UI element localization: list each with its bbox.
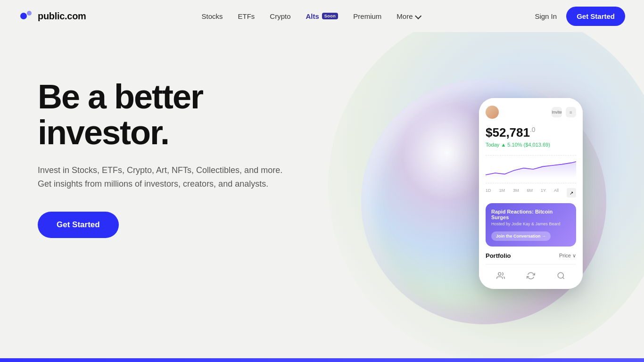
phone-header-icons: Invite ≡ [552, 107, 576, 117]
get-started-button-hero[interactable]: Get Started [38, 212, 119, 238]
join-conversation-button[interactable]: Join the Conversation → [491, 231, 551, 241]
portfolio-label: Portfolio [486, 252, 511, 259]
svg-marker-2 [486, 162, 576, 179]
svg-line-5 [562, 277, 564, 279]
event-card[interactable]: Rapid Reactions: Bitcoin Surges Hosted b… [486, 203, 576, 247]
logo-icon [19, 8, 34, 24]
chart-tab-6m[interactable]: 6M [527, 188, 533, 197]
phone-chart-area [486, 155, 576, 183]
refresh-icon[interactable] [524, 269, 537, 282]
nav-alts[interactable]: Alts Soon [306, 12, 339, 20]
hero-subtitle: Invest in Stocks, ETFs, Crypto, Art, NFT… [38, 164, 311, 191]
chart-tab-all[interactable]: All [554, 188, 559, 197]
people-icon[interactable] [494, 269, 507, 282]
nav-right: Sign In Get Started [535, 7, 625, 26]
logo[interactable]: public.com [19, 8, 86, 24]
phone-header: Invite ≡ [486, 106, 576, 119]
search-icon[interactable] [554, 269, 568, 282]
portfolio-header: Portfolio Price ∨ [486, 252, 576, 259]
nav-etfs[interactable]: ETFs [238, 12, 255, 20]
nav-stocks[interactable]: Stocks [201, 12, 223, 20]
event-title: Rapid Reactions: Bitcoin Surges [491, 209, 570, 220]
nav-links: Stocks ETFs Crypto Alts Soon Premium Mor… [201, 12, 419, 20]
chevron-down-icon [415, 15, 420, 17]
nav-premium[interactable]: Premium [353, 12, 381, 20]
menu-icon: ≡ [566, 107, 576, 117]
chart-tab-3m[interactable]: 3M [513, 188, 519, 197]
svg-point-0 [20, 13, 27, 19]
svg-point-1 [27, 11, 32, 16]
soon-badge: Soon [322, 13, 339, 19]
share-icon[interactable]: ↗ [567, 188, 576, 197]
phone-balance: $52,781.0 [486, 125, 576, 140]
invite-icon: Invite [552, 107, 562, 117]
navbar: public.com Stocks ETFs Crypto Alts Soon … [0, 0, 644, 32]
hero-title: Be a better investor. [38, 79, 311, 150]
sign-in-button[interactable]: Sign In [535, 12, 557, 20]
phone-today: Today ▲ 5.10% ($4,013.69) [486, 142, 576, 148]
hero-content: Be a better investor. Invest in Stocks, … [38, 60, 311, 238]
chart-tabs: 1D 1M 3M 6M 1Y All ↗ [486, 188, 576, 197]
nav-crypto[interactable]: Crypto [270, 12, 290, 20]
hero-visual: Invite ≡ $52,781.0 Today ▲ 5.10% ($4,013… [314, 32, 644, 358]
svg-point-3 [498, 272, 501, 275]
logo-text: public.com [38, 11, 86, 22]
nav-more[interactable]: More [396, 12, 419, 20]
svg-point-4 [558, 272, 563, 278]
hero-section: Be a better investor. Invest in Stocks, … [0, 32, 644, 358]
get-started-button-nav[interactable]: Get Started [566, 7, 625, 26]
chart-tab-1y[interactable]: 1Y [541, 188, 546, 197]
phone-bottom-icons [486, 264, 576, 282]
portfolio-price-sort[interactable]: Price ∨ [559, 253, 576, 259]
chart-tab-1d[interactable]: 1D [486, 188, 491, 197]
event-host: Hosted by Jodie Kay & James Beard [491, 222, 570, 226]
phone-mockup: Invite ≡ $52,781.0 Today ▲ 5.10% ($4,013… [479, 98, 583, 289]
chart-tab-1m[interactable]: 1M [499, 188, 505, 197]
avatar [486, 106, 499, 119]
bottom-bar [0, 358, 644, 362]
